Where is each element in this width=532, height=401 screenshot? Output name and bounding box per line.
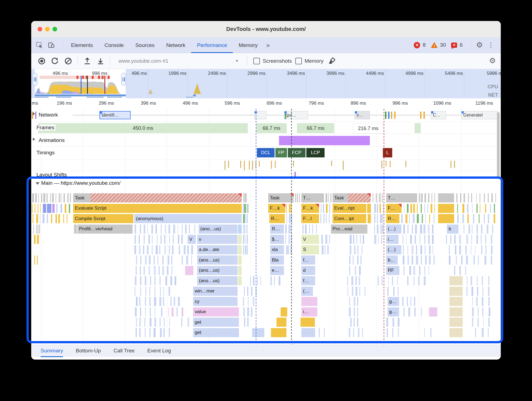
timing-marker-fp[interactable]: FP	[275, 148, 287, 157]
ruler-tick-label: 496 ms	[183, 101, 198, 106]
frame-bar[interactable]: 66.7 ms	[256, 123, 287, 133]
details-tabbar: SummaryBottom-UpCall TreeEvent Log	[31, 345, 501, 357]
frame-bar[interactable]: 216.7 ms	[353, 123, 383, 134]
devtools-settings-gear-icon[interactable]: ⚙	[476, 41, 483, 49]
ruler-tick-label: 1096 ms	[433, 101, 451, 106]
cpu-activity-chart	[35, 79, 126, 94]
load-profile-icon[interactable]	[83, 57, 91, 65]
tab-sources[interactable]: Sources	[130, 37, 160, 53]
network-request-chip[interactable]: identifi…	[99, 111, 131, 119]
tab-performance[interactable]: Performance	[191, 37, 233, 53]
chip-corner-marker	[431, 111, 433, 114]
animations-expander-icon[interactable]	[33, 138, 35, 141]
toolbar-separator	[247, 57, 247, 65]
chip-corner-marker	[461, 111, 464, 114]
long-task-chunk	[82, 76, 84, 79]
warning-badge-icon[interactable]: !	[431, 42, 438, 48]
clear-recording-button[interactable]	[64, 57, 72, 65]
warning-count: 30	[440, 42, 446, 48]
network-activity-tick	[391, 112, 392, 119]
record-button[interactable]	[38, 57, 46, 65]
network-expander-icon[interactable]	[33, 112, 35, 115]
timing-marker-lcp[interactable]: LCP	[306, 148, 325, 157]
details-tab-eventlog[interactable]: Event Log	[147, 345, 171, 357]
screenshot-stage: DevTools - www.youtube.com/ ElementsCons…	[0, 0, 532, 401]
ruler-tick-label: 696 ms	[267, 101, 282, 106]
overview-tick-label: 496 ms	[125, 71, 147, 76]
overview-gridline	[346, 69, 346, 98]
network-track-label: Network	[37, 112, 59, 118]
inspect-element-icon[interactable]	[36, 41, 43, 49]
overview-marker-line	[104, 76, 105, 94]
track-separator	[31, 122, 501, 122]
tab-memory[interactable]: Memory	[233, 37, 264, 53]
animation-bar[interactable]	[279, 136, 370, 145]
tab-network[interactable]: Network	[160, 37, 191, 53]
more-tabs-button[interactable]: »	[264, 37, 273, 53]
save-profile-icon[interactable]	[96, 57, 105, 65]
vertical-scrollbar[interactable]	[497, 112, 500, 178]
capture-settings-gear-icon[interactable]: ⚙	[489, 57, 496, 65]
tab-elements[interactable]: Elements	[65, 37, 99, 53]
network-activity-tick	[423, 112, 425, 119]
timestamp-tick	[249, 161, 250, 170]
network-request-chip[interactable]: C…	[431, 111, 446, 119]
network-request-chip[interactable]: v…	[355, 111, 370, 119]
overview-tick-label: 1996 ms	[164, 71, 186, 76]
toolbar-separator	[78, 57, 78, 65]
track-separator	[31, 160, 501, 160]
screenshots-checkbox[interactable]	[253, 58, 260, 64]
net-subbar	[86, 97, 104, 98]
profile-select-value: www.youtube.com #1	[118, 58, 168, 64]
details-tab-calltree[interactable]: Call Tree	[114, 345, 135, 357]
toolbar-separator	[110, 57, 110, 65]
memory-checkbox[interactable]	[295, 58, 302, 64]
overview-left-handle[interactable]	[33, 73, 37, 86]
collect-garbage-icon[interactable]	[328, 57, 336, 65]
overview-marker-line	[87, 76, 88, 94]
network-request-label: Generatel	[463, 113, 483, 118]
frame-duration-label: 66.7 ms	[307, 125, 324, 131]
panel-tabs: ElementsConsoleSourcesNetworkPerformance…	[65, 37, 264, 53]
error-badge-icon[interactable]: ✕	[414, 42, 420, 48]
long-task-chunk	[102, 76, 104, 79]
timestamp-tick	[293, 161, 294, 167]
overview-gridline	[227, 69, 227, 98]
gridline	[251, 109, 251, 177]
timing-marker-label: LCP	[311, 150, 320, 155]
long-task-chunk	[108, 76, 110, 79]
timing-marker-fcp[interactable]: FCP	[288, 148, 305, 157]
net-subbar	[107, 97, 122, 98]
frame-bar[interactable]: 450.0 ms	[38, 123, 248, 133]
device-toolbar-icon[interactable]	[48, 41, 55, 49]
tab-console[interactable]: Console	[99, 37, 130, 53]
network-request-chip[interactable]: gui…	[284, 111, 308, 119]
overview-right-handle[interactable]	[121, 73, 126, 86]
screenshots-label: Screenshots	[263, 58, 292, 64]
ruler-tick-label: 996 ms	[393, 101, 408, 106]
devtools-menu-kebab-icon[interactable]: ⋮	[485, 41, 496, 49]
details-tab-bottomup[interactable]: Bottom-Up	[76, 345, 101, 357]
timing-marker-dcl[interactable]: DCL	[257, 148, 275, 157]
timestamp-tick	[225, 161, 225, 170]
cpu-bump	[194, 83, 201, 94]
timing-marker-l[interactable]: L	[383, 148, 392, 157]
timestamp-tick	[454, 161, 455, 168]
overview-tick-label: 4996 ms	[401, 71, 423, 76]
window-title: DevTools - www.youtube.com/	[31, 21, 501, 37]
issues-badge-icon[interactable]: ✕	[451, 43, 457, 48]
long-task-chunk	[77, 76, 78, 79]
reload-and-record-button[interactable]	[51, 57, 59, 65]
frame-bar[interactable]	[415, 123, 421, 133]
net-bar	[35, 94, 126, 96]
track-separator	[31, 134, 501, 134]
track-separator	[31, 146, 501, 147]
timestamp-tick	[405, 161, 406, 167]
network-request-chip[interactable]: Generatel	[461, 111, 498, 119]
profile-select[interactable]: www.youtube.com #1 ▼	[116, 56, 241, 66]
gridline	[419, 109, 419, 177]
frame-bar[interactable]: 66.7 ms	[297, 123, 334, 133]
timeline-overview[interactable]: 496 ms996 ms496 ms1996 ms2496 ms2996 ms3…	[31, 69, 501, 98]
details-tab-summary[interactable]: Summary	[41, 345, 63, 357]
network-request-label: v…	[357, 113, 363, 118]
